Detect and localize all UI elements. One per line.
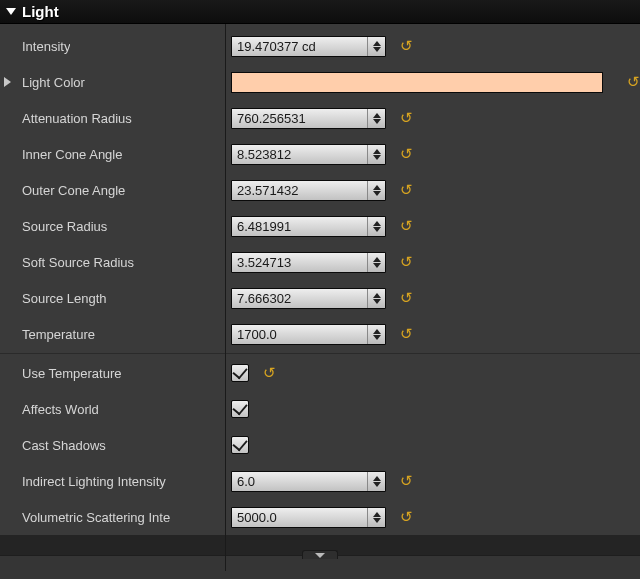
row-source-length: Source Length 7.666302 ↺ <box>0 280 640 316</box>
reset-icon[interactable]: ↺ <box>400 217 413 235</box>
intensity-value[interactable]: 19.470377 cd <box>232 37 367 56</box>
property-rows: Intensity 19.470377 cd ↺ Light Color ↺ <box>0 24 640 535</box>
label-attenuation: Attenuation Radius <box>14 111 132 126</box>
label-soft-source-radius: Soft Source Radius <box>14 255 134 270</box>
attenuation-spinbox[interactable]: 760.256531 <box>231 108 386 129</box>
row-soft-source-radius: Soft Source Radius 3.524713 ↺ <box>0 244 640 280</box>
reset-icon[interactable]: ↺ <box>263 364 276 382</box>
indirect-lighting-spinbox[interactable]: 6.0 <box>231 471 386 492</box>
row-attenuation-radius: Attenuation Radius 760.256531 ↺ <box>0 100 640 136</box>
reset-icon[interactable]: ↺ <box>400 145 413 163</box>
row-source-radius: Source Radius 6.481991 ↺ <box>0 208 640 244</box>
spin-arrows[interactable] <box>367 37 385 56</box>
label-cast-shadows: Cast Shadows <box>14 438 106 453</box>
row-outer-cone: Outer Cone Angle 23.571432 ↺ <box>0 172 640 208</box>
label-affects-world: Affects World <box>14 402 99 417</box>
inner-cone-spinbox[interactable]: 8.523812 <box>231 144 386 165</box>
intensity-spinbox[interactable]: 19.470377 cd <box>231 36 386 57</box>
category-header-light[interactable]: Light <box>0 0 640 24</box>
chevron-down-icon <box>315 553 325 558</box>
label-volumetric-scattering: Volumetric Scattering Inte <box>14 510 170 525</box>
source-length-spinbox[interactable]: 7.666302 <box>231 288 386 309</box>
reset-icon[interactable]: ↺ <box>400 472 413 490</box>
row-light-color: Light Color ↺ <box>0 64 640 100</box>
label-use-temperature: Use Temperature <box>14 366 121 381</box>
light-color-swatch[interactable] <box>231 72 603 93</box>
reset-icon[interactable]: ↺ <box>400 508 413 526</box>
soft-source-radius-spinbox[interactable]: 3.524713 <box>231 252 386 273</box>
reset-icon[interactable]: ↺ <box>400 109 413 127</box>
row-cast-shadows: Cast Shadows <box>0 427 640 463</box>
row-intensity: Intensity 19.470377 cd ↺ <box>0 28 640 64</box>
cast-shadows-checkbox[interactable] <box>231 436 249 454</box>
label-light-color: Light Color <box>14 75 85 90</box>
outer-cone-spinbox[interactable]: 23.571432 <box>231 180 386 201</box>
collapse-triangle-icon <box>6 8 16 15</box>
chevron-right-icon <box>4 77 11 87</box>
label-source-length: Source Length <box>14 291 107 306</box>
row-indirect-lighting: Indirect Lighting Intensity 6.0 ↺ <box>0 463 640 499</box>
reset-icon[interactable]: ↺ <box>400 289 413 307</box>
row-use-temperature: Use Temperature ↺ <box>0 355 640 391</box>
source-radius-spinbox[interactable]: 6.481991 <box>231 216 386 237</box>
label-source-radius: Source Radius <box>14 219 107 234</box>
row-volumetric-scattering: Volumetric Scattering Inte 5000.0 ↺ <box>0 499 640 535</box>
label-temperature: Temperature <box>14 327 95 342</box>
label-inner-cone: Inner Cone Angle <box>14 147 122 162</box>
light-details-panel: Light Intensity 19.470377 cd ↺ Light Col… <box>0 0 640 579</box>
row-inner-cone: Inner Cone Angle 8.523812 ↺ <box>0 136 640 172</box>
row-temperature: Temperature 1700.0 ↺ <box>0 316 640 352</box>
temperature-spinbox[interactable]: 1700.0 <box>231 324 386 345</box>
reset-icon[interactable]: ↺ <box>627 73 640 91</box>
reset-icon[interactable]: ↺ <box>400 181 413 199</box>
label-intensity: Intensity <box>14 39 70 54</box>
reset-icon[interactable]: ↺ <box>400 37 413 55</box>
affects-world-checkbox[interactable] <box>231 400 249 418</box>
volumetric-scattering-spinbox[interactable]: 5000.0 <box>231 507 386 528</box>
separator <box>0 353 640 354</box>
use-temperature-checkbox[interactable] <box>231 364 249 382</box>
label-outer-cone: Outer Cone Angle <box>14 183 125 198</box>
column-splitter[interactable] <box>225 24 226 571</box>
category-title: Light <box>22 3 59 20</box>
row-affects-world: Affects World <box>0 391 640 427</box>
expand-light-color[interactable] <box>0 77 14 87</box>
label-indirect-lighting: Indirect Lighting Intensity <box>14 474 166 489</box>
reset-icon[interactable]: ↺ <box>400 253 413 271</box>
reset-icon[interactable]: ↺ <box>400 325 413 343</box>
expand-advanced-tab[interactable] <box>302 550 338 559</box>
